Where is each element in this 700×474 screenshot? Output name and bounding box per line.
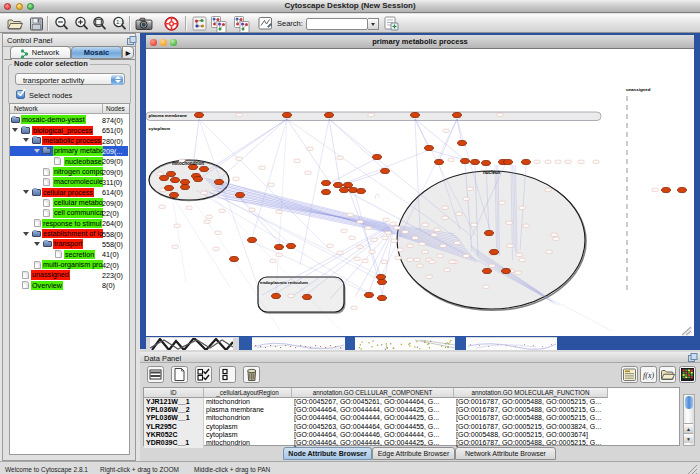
svg-text:f(x): f(x) bbox=[643, 371, 654, 380]
svg-text:plasma membrane: plasma membrane bbox=[149, 113, 188, 118]
svg-text:unassigned: unassigned bbox=[626, 87, 651, 92]
svg-text:nucleus: nucleus bbox=[483, 170, 501, 175]
svg-text:1:1: 1:1 bbox=[116, 19, 125, 25]
svg-text:mitochondrion: mitochondrion bbox=[172, 161, 204, 166]
svg-text:cytoplasm: cytoplasm bbox=[149, 126, 171, 131]
svg-text:endoplasmic reticulum: endoplasmic reticulum bbox=[260, 280, 308, 285]
